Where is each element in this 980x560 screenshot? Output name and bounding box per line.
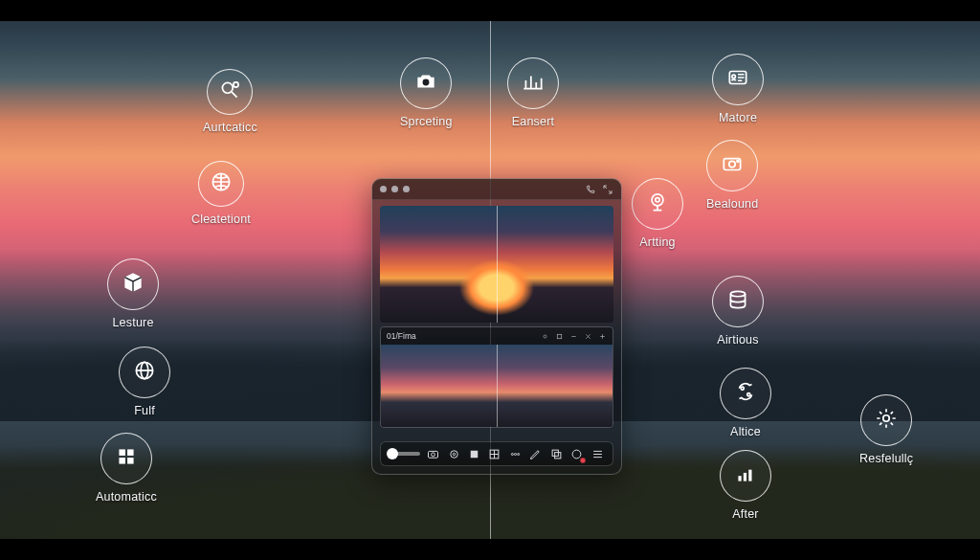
svg-point-13	[729, 161, 736, 168]
window-dot[interactable]	[391, 186, 398, 192]
tool-dots-icon[interactable]	[508, 446, 523, 461]
tool-list-icon[interactable]	[590, 446, 604, 461]
window-dot[interactable]	[403, 186, 410, 192]
svg-point-1	[234, 82, 238, 87]
svg-point-19	[747, 393, 750, 396]
svg-point-18	[741, 387, 744, 390]
svg-point-32	[511, 453, 513, 455]
badge-after[interactable]: After	[720, 450, 771, 521]
svg-point-16	[656, 198, 659, 202]
camera-icon	[413, 69, 438, 98]
bar-chart-icon	[521, 69, 546, 98]
badge-label: Altice	[730, 425, 761, 438]
svg-point-34	[518, 453, 520, 455]
badge-cleatetiont[interactable]: Cleatetiont	[191, 161, 251, 226]
expand-icon[interactable]	[602, 184, 613, 195]
webcam-icon	[645, 190, 670, 218]
badge-bealound[interactable]: Bealound	[706, 140, 758, 211]
badge-automaticc[interactable]: Automaticc	[96, 433, 157, 504]
svg-rect-35	[552, 450, 558, 456]
svg-point-14	[737, 160, 739, 162]
badge-artting[interactable]: Artting	[632, 178, 683, 249]
svg-rect-20	[738, 476, 741, 481]
tool-target-icon[interactable]	[446, 446, 460, 461]
tool-crop-icon[interactable]	[467, 446, 481, 461]
svg-point-37	[572, 450, 581, 459]
sub-icon[interactable]	[584, 332, 592, 341]
svg-point-9	[423, 79, 430, 86]
svg-point-29	[453, 453, 456, 456]
window-controls[interactable]	[380, 186, 410, 192]
badge-label: Lesture	[112, 316, 153, 329]
svg-rect-7	[119, 458, 125, 464]
svg-rect-8	[127, 458, 134, 464]
camera-outline-icon	[720, 151, 745, 180]
badge-label: After	[732, 507, 758, 521]
editor-toolbar	[380, 441, 613, 466]
svg-rect-21	[744, 473, 746, 482]
svg-point-0	[223, 82, 234, 93]
badge-resfelullc[interactable]: Resfelullç	[859, 394, 913, 465]
editor-window: 01/Fima	[371, 178, 622, 475]
grid-icon	[114, 444, 139, 473]
database-icon	[725, 287, 750, 316]
package-icon	[121, 270, 145, 299]
badge-altice[interactable]: Altice	[720, 368, 771, 438]
badge-label: Eansert	[512, 115, 554, 128]
badge-label: Cleatetiont	[191, 213, 251, 226]
preview-sub-panel: 01/Fima	[380, 326, 613, 428]
badge-aurtcaticc[interactable]: Aurtcaticc	[203, 69, 257, 134]
editor-titlebar[interactable]	[372, 179, 621, 200]
notification-dot	[580, 458, 586, 463]
sub-icon[interactable]	[598, 332, 607, 341]
badge-matore[interactable]: Matore	[712, 54, 764, 124]
svg-rect-30	[471, 450, 479, 458]
badge-label: Sprceting	[400, 115, 453, 128]
zoom-slider[interactable]	[389, 452, 420, 456]
sub-icon[interactable]	[555, 332, 564, 341]
tool-camera-icon[interactable]	[426, 446, 440, 461]
badge-fulf[interactable]: Fulf	[119, 347, 170, 417]
tool-grid-icon[interactable]	[487, 446, 501, 461]
letterbox-bottom	[0, 539, 980, 560]
badge-label: Airtious	[717, 333, 758, 347]
badge-airtious[interactable]: Airtious	[712, 276, 764, 347]
window-dot[interactable]	[380, 186, 387, 192]
globe-grid-icon	[209, 169, 234, 198]
refresh-people-icon	[733, 379, 758, 408]
svg-rect-6	[127, 449, 134, 456]
badge-lesture[interactable]: Lesture	[107, 258, 159, 329]
tool-pen-icon[interactable]	[528, 446, 543, 461]
svg-point-15	[652, 194, 663, 206]
sub-icon[interactable]	[569, 332, 578, 341]
svg-rect-5	[119, 449, 125, 456]
badge-label: Bealound	[706, 197, 758, 211]
svg-point-33	[514, 453, 516, 455]
tool-layers-icon[interactable]	[549, 446, 564, 461]
letterbox-top	[0, 0, 980, 21]
globe-icon	[132, 358, 157, 387]
gear-icon	[874, 406, 899, 435]
tool-notify-icon[interactable]	[569, 446, 584, 461]
preview-sub[interactable]	[381, 345, 612, 427]
app-canvas: Aurtcaticc Cleatetiont Lesture Fulf Auto…	[0, 0, 980, 560]
svg-rect-36	[554, 452, 560, 458]
search-settings-icon	[217, 78, 242, 106]
call-icon[interactable]	[585, 184, 596, 195]
badge-label: Matore	[719, 111, 757, 124]
svg-point-27	[432, 452, 435, 456]
sub-icon[interactable]	[541, 332, 549, 341]
svg-point-17	[730, 291, 745, 296]
svg-point-23	[883, 415, 890, 422]
badge-sprceting[interactable]: Sprceting	[400, 57, 453, 128]
badge-eansert[interactable]: Eansert	[507, 57, 559, 128]
preview-sub-title: 01/Fima	[387, 331, 416, 341]
preview-main[interactable]	[380, 206, 613, 323]
svg-point-24	[544, 335, 546, 338]
svg-point-28	[450, 450, 457, 458]
badge-label: Aurtcaticc	[203, 121, 257, 134]
badge-label: Resfelullç	[859, 452, 913, 465]
badge-label: Artting	[639, 235, 676, 249]
badge-label: Automaticc	[96, 490, 157, 504]
svg-rect-25	[557, 334, 562, 339]
